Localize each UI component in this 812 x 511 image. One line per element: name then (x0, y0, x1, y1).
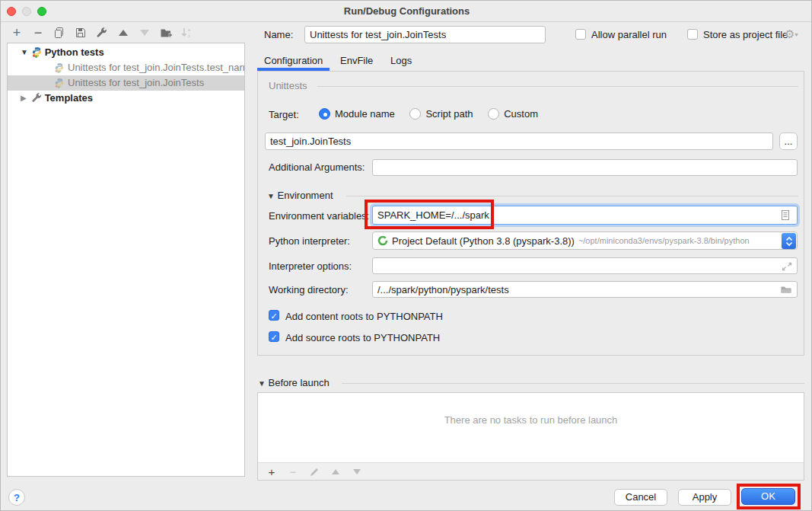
tree-item-test-narrow[interactable]: Unittests for test_join.JoinTests.test_n… (8, 60, 244, 75)
cancel-button[interactable]: Cancel (614, 489, 667, 506)
interpreter-options-input[interactable] (372, 257, 798, 274)
tree-item-jointests-selected[interactable]: Unittests for test_join.JoinTests (8, 75, 244, 91)
before-launch-task-list: There are no tasks to run before launch … (257, 392, 804, 481)
name-input[interactable] (304, 26, 546, 43)
radio-icon[interactable] (409, 108, 421, 120)
move-up-icon[interactable] (116, 26, 130, 40)
store-as-project-file-checkbox[interactable] (687, 29, 698, 40)
sort-configurations-icon: az (180, 26, 194, 40)
tree-group-label: Python tests (45, 46, 104, 58)
edit-task-icon (307, 465, 321, 478)
python-tests-icon (31, 46, 43, 58)
task-list-toolbar: + − (258, 462, 804, 480)
additional-arguments-label: Additional Arguments: (269, 161, 365, 173)
store-as-project-file-label: Store as project file (703, 29, 788, 40)
environment-section-title: Environment (278, 190, 333, 201)
edit-templates-icon[interactable] (95, 26, 109, 40)
working-directory-label: Working directory: (269, 284, 349, 295)
unittests-section-title: Unittests (269, 80, 307, 91)
create-new-folder-icon[interactable] (159, 26, 173, 40)
chevron-right-icon[interactable]: ▶ (21, 91, 28, 106)
apply-button[interactable]: Apply (678, 489, 731, 506)
allow-parallel-run-label: Allow parallel run (591, 29, 667, 40)
section-divider (342, 383, 804, 384)
add-content-roots-label: Add content roots to PYTHONPATH (285, 311, 443, 322)
tree-item-label: Unittests for test_join.JoinTests.test_n… (68, 62, 244, 73)
environment-section-header[interactable]: ▼ Environment (267, 190, 333, 201)
tree-item-label: Unittests for test_join.JoinTests (68, 77, 204, 88)
tab-configuration[interactable]: Configuration (264, 55, 323, 66)
collapse-chevron-icon[interactable]: ▼ (258, 379, 266, 388)
tree-group-python-tests[interactable]: ▼ Python tests (8, 45, 244, 60)
interpreter-value: Project Default (Python 3.8 (pyspark-3.8… (392, 235, 575, 247)
radio-label: Script path (425, 108, 473, 120)
move-task-down-icon (350, 465, 364, 478)
chevron-down-icon[interactable]: ▼ (21, 45, 28, 60)
python-interpreter-combo[interactable]: Project Default (Python 3.8 (pyspark-3.8… (372, 232, 798, 250)
conda-environment-icon (377, 235, 388, 246)
python-test-icon (54, 78, 65, 89)
remove-task-icon: − (286, 465, 300, 478)
section-divider (346, 196, 798, 196)
svg-text:z: z (188, 34, 190, 38)
configuration-panel: Unittests Target: Module name Script pat… (257, 71, 804, 356)
save-configuration-icon[interactable] (74, 26, 88, 40)
add-configuration-icon[interactable]: + (10, 26, 24, 40)
radio-option-module-name[interactable]: Module name (319, 108, 397, 120)
radio-selected-icon[interactable] (319, 108, 330, 120)
move-down-icon (138, 26, 151, 40)
add-source-roots-label: Add source roots to PYTHONPATH (285, 332, 440, 343)
tree-group-templates[interactable]: ▶ Templates (8, 91, 244, 106)
environment-variables-label: Environment variables: (269, 210, 369, 222)
interpreter-path: ~/opt/miniconda3/envs/pyspark-3.8/bin/py… (578, 236, 750, 245)
browse-module-button[interactable]: ... (779, 133, 798, 150)
configurations-toolbar: + − az (10, 24, 194, 41)
before-launch-title: Before launch (269, 377, 330, 388)
add-task-icon[interactable]: + (265, 465, 279, 478)
remove-configuration-icon[interactable]: − (31, 26, 45, 40)
ok-button[interactable]: OK (741, 488, 795, 505)
tree-group-label: Templates (45, 92, 93, 104)
tab-logs[interactable]: Logs (390, 55, 412, 66)
combo-stepper-icon[interactable] (782, 233, 796, 249)
radio-option-script-path[interactable]: Script path (409, 108, 476, 120)
section-divider (317, 86, 798, 87)
expand-field-icon[interactable] (782, 260, 800, 274)
radio-icon[interactable] (488, 108, 499, 120)
help-button[interactable]: ? (8, 489, 25, 506)
allow-parallel-run-checkbox[interactable] (575, 29, 586, 40)
target-label: Target: (269, 109, 299, 120)
gear-icon: ⚙▾ (785, 27, 798, 41)
add-content-roots-checkbox[interactable]: ✓ (269, 310, 279, 321)
folder-icon[interactable] (780, 284, 800, 298)
additional-arguments-input[interactable] (372, 159, 798, 176)
tab-envfile[interactable]: EnvFile (340, 55, 373, 66)
radio-label: Module name (335, 108, 395, 120)
edit-variables-icon[interactable] (780, 209, 800, 224)
empty-tasks-message: There are no tasks to run before launch (258, 414, 804, 426)
python-interpreter-label: Python interpreter: (269, 235, 350, 247)
title-bar: Run/Debug Configurations (1, 1, 812, 22)
configurations-tree: ▼ Python tests Unittests for test_join.J… (7, 43, 245, 477)
name-label: Name: (264, 29, 293, 40)
window-title: Run/Debug Configurations (1, 5, 812, 17)
python-test-icon (54, 62, 65, 74)
templates-wrench-icon (31, 92, 43, 104)
target-module-input[interactable] (265, 133, 773, 150)
svg-text:a: a (188, 27, 191, 32)
working-directory-input[interactable] (372, 281, 798, 298)
copy-configuration-icon[interactable] (53, 26, 66, 40)
interpreter-options-label: Interpreter options: (269, 260, 352, 272)
add-source-roots-checkbox[interactable]: ✓ (269, 331, 279, 342)
move-task-up-icon (329, 465, 342, 478)
run-debug-configurations-dialog: Run/Debug Configurations + − az ▼ Python… (0, 0, 812, 511)
radio-label: Custom (504, 108, 538, 120)
target-radio-group: Module name Script path Custom (319, 107, 550, 120)
environment-variables-input[interactable] (372, 206, 798, 225)
radio-option-custom[interactable]: Custom (488, 108, 538, 120)
collapse-chevron-icon[interactable]: ▼ (267, 192, 275, 200)
before-launch-header[interactable]: ▼ Before launch (258, 377, 330, 388)
